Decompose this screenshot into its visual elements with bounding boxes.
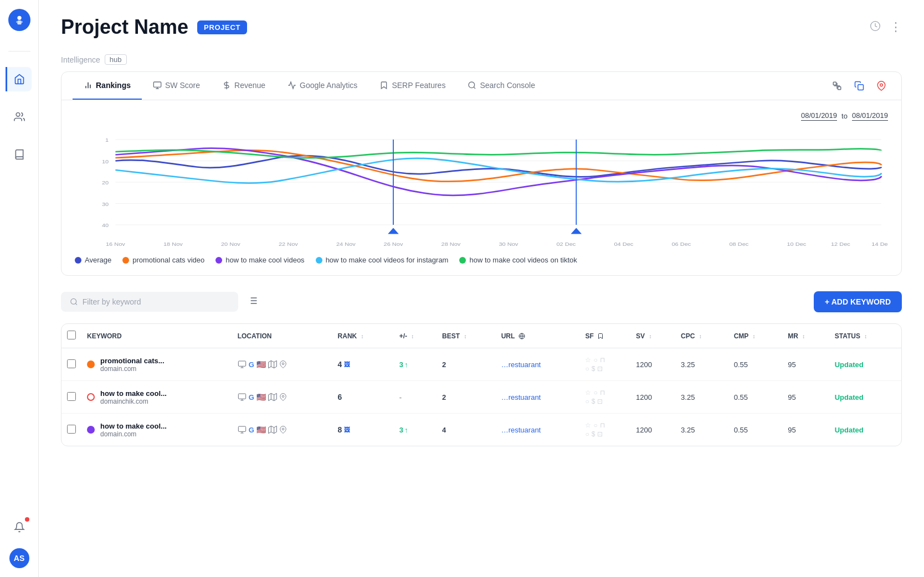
th-rank[interactable]: RANK ↕	[332, 324, 394, 348]
desktop-icon-1	[238, 360, 247, 369]
svg-line-45	[75, 303, 77, 305]
more-options-icon[interactable]: ⋮	[890, 20, 902, 34]
status-cell-3: Updated	[829, 414, 901, 446]
svg-text:06 Dec: 06 Dec	[671, 241, 691, 247]
svg-point-44	[71, 298, 76, 304]
best-cell-1: 2	[437, 348, 496, 381]
th-sv-label: SV	[636, 332, 645, 340]
location-pin-icon-1	[279, 360, 287, 368]
tab-sw-score[interactable]: SW Score	[142, 72, 211, 100]
svg-text:08 Dec: 08 Dec	[729, 241, 748, 247]
th-best[interactable]: BEST ↕	[437, 324, 496, 348]
keyword-search-box[interactable]	[61, 292, 238, 312]
rankings-chart: .grid-line { stroke: #f0f0f0; stroke-wid…	[75, 127, 888, 249]
sidebar-item-docs[interactable]	[7, 142, 32, 167]
app-logo[interactable]	[8, 9, 30, 31]
row-checkbox-3[interactable]	[67, 425, 76, 434]
pin-icon-btn[interactable]	[872, 77, 890, 95]
copy-icon-btn[interactable]	[850, 77, 868, 95]
th-sv[interactable]: SV ↕	[630, 324, 675, 348]
th-change[interactable]: +/- ↕	[394, 324, 437, 348]
search-console-tab-icon	[468, 81, 476, 90]
tab-serp-features[interactable]: SERP Features	[368, 72, 456, 100]
th-url[interactable]: URL	[496, 324, 580, 348]
sv-cell-1: 1200	[630, 348, 675, 381]
cpc-sort-icon: ↕	[699, 333, 702, 339]
add-keyword-button[interactable]: + ADD KEYWORD	[814, 291, 902, 312]
tab-serp-features-label: SERP Features	[392, 81, 445, 90]
select-all-header[interactable]	[61, 324, 81, 348]
svg-point-74	[282, 428, 284, 430]
sf-dollar-1: $	[592, 365, 596, 373]
notifications-button[interactable]	[7, 515, 32, 539]
project-badge: PROJECT	[197, 20, 247, 34]
map-icon-2	[268, 393, 277, 401]
sv-cell-3: 1200	[630, 414, 675, 446]
globe-icon	[519, 333, 525, 339]
flag-icon-3: 🇺🇸	[256, 425, 266, 434]
header-actions: ⋮	[870, 20, 902, 34]
sidebar-item-home[interactable]	[6, 67, 32, 91]
tab-rankings[interactable]: Rankings	[73, 72, 142, 100]
mr-cell-3: 95	[782, 414, 829, 446]
svg-rect-61	[238, 394, 245, 399]
keyword-filter-input[interactable]	[83, 297, 229, 306]
url-link-1[interactable]: …restuarant	[501, 360, 541, 369]
svg-text:20 Nov: 20 Nov	[221, 241, 241, 247]
th-cmp[interactable]: CMP ↕	[728, 324, 782, 348]
row-checkbox-2[interactable]	[67, 392, 76, 401]
compare-icon-btn[interactable]	[828, 77, 846, 95]
sw-score-tab-icon	[153, 81, 162, 90]
url-link-3[interactable]: …restuarant	[501, 426, 541, 434]
sf-tag-2: ○	[585, 398, 589, 405]
th-location[interactable]: LOCATION	[232, 324, 332, 348]
url-link-2[interactable]: …restuarant	[501, 393, 541, 401]
th-keyword[interactable]: KEYWORD	[81, 324, 232, 348]
sv-sort-icon: ↕	[649, 333, 651, 339]
page-title: Project Name	[61, 16, 188, 39]
user-avatar[interactable]: AS	[9, 548, 29, 568]
row-checkbox-1[interactable]	[67, 359, 76, 368]
legend-label-average: Average	[85, 256, 111, 264]
th-mr[interactable]: MR ↕	[782, 324, 829, 348]
revenue-tab-icon	[222, 81, 231, 90]
legend-average: Average	[75, 256, 111, 264]
svg-point-3	[21, 21, 23, 23]
tab-revenue[interactable]: Revenue	[211, 72, 276, 100]
th-sf[interactable]: SF	[579, 324, 630, 348]
map-icon-1	[268, 360, 277, 369]
tab-search-console-label: Search Console	[480, 81, 535, 90]
search-icon	[70, 297, 78, 306]
th-cpc-label: CPC	[681, 332, 695, 340]
tab-search-console[interactable]: Search Console	[456, 72, 546, 100]
rank-value-3: 8	[338, 425, 342, 434]
legend-promo-cats: promotional cats video	[122, 256, 204, 264]
row-select-cell-1[interactable]	[61, 348, 81, 381]
keyword-domain-2: domainchik.com	[100, 398, 167, 405]
svg-text:10: 10	[102, 158, 109, 164]
th-cpc[interactable]: CPC ↕	[675, 324, 728, 348]
svg-text:26 Nov: 26 Nov	[384, 241, 404, 247]
best-sort-icon: ↕	[464, 333, 466, 339]
filter-list-icon[interactable]	[247, 295, 258, 308]
analytics-tab-icon	[288, 81, 296, 90]
keyword-name-2: how to make cool...	[100, 389, 167, 398]
th-best-label: BEST	[442, 332, 460, 340]
row-select-cell-3[interactable]	[61, 414, 81, 446]
status-badge-2: Updated	[835, 393, 864, 401]
select-all-checkbox[interactable]	[67, 331, 76, 339]
row-select-cell-2[interactable]	[61, 381, 81, 414]
tab-google-analytics[interactable]: Google Analytics	[276, 72, 368, 100]
rankings-tab-icon	[84, 81, 93, 90]
tab-sw-score-label: SW Score	[165, 81, 200, 90]
cpc-cell-3: 3.25	[675, 414, 728, 446]
th-status[interactable]: STATUS ↕	[829, 324, 901, 348]
sf-icons-3: ☆ ○ ⊓ ○ $ ⊡	[585, 421, 625, 438]
svg-point-67	[282, 395, 284, 398]
sidebar-divider	[8, 51, 30, 51]
sidebar-item-users[interactable]	[7, 105, 32, 129]
table-row: how to make cool... domainchik.com G 🇺🇸	[61, 381, 901, 414]
mr-cell-1: 95	[782, 348, 829, 381]
keyword-name-3: how to make cool...	[100, 422, 167, 430]
history-icon[interactable]	[870, 20, 881, 34]
